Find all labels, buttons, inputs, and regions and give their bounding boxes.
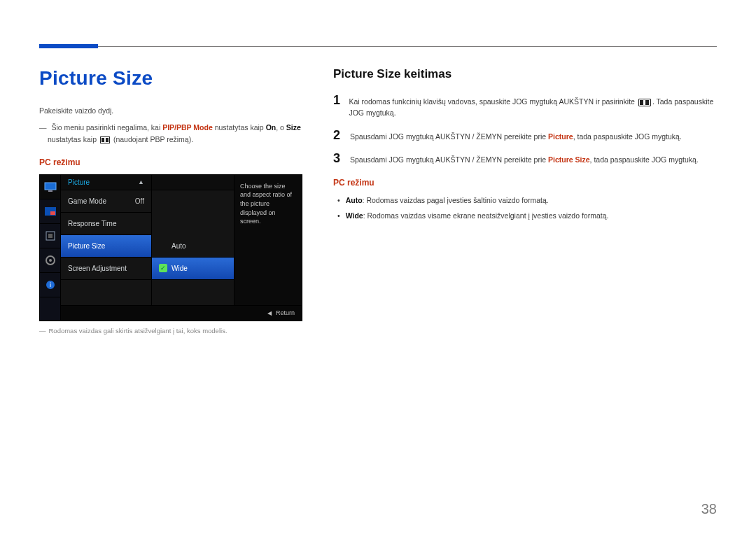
osd-help-panel: Choose the size and aspect ratio of the …: [234, 175, 302, 321]
bullet-auto-text: Auto: Rodomas vaizdas pagal įvesties šal…: [346, 195, 549, 206]
osd-options-header-spacer: [152, 175, 234, 190]
osd-menu-column: Picture▲ Game ModeOff Response Time Pict…: [61, 175, 152, 321]
osd-nav-picture-icon: [40, 175, 60, 199]
intro-text: Pakeiskite vaizdo dydį.: [39, 105, 302, 116]
step-1: 1 Kai rodomas funkcinių klavišų vadovas,…: [333, 94, 717, 119]
step-2-a: Spausdami JOG mygtuką AUKŠTYN / ŽEMYN pe…: [350, 132, 548, 141]
osd-row-responsetime: Response Time: [61, 213, 151, 235]
svg-rect-0: [45, 183, 56, 190]
svg-rect-5: [48, 234, 52, 238]
svg-rect-1: [48, 190, 52, 192]
bullet-auto: Auto: Rodomas vaizdas pagal įvesties šal…: [333, 195, 717, 206]
page: Picture Size Pakeiskite vaizdo dydį. Šio…: [0, 0, 756, 534]
osd-header: Picture▲: [61, 175, 151, 190]
osd-main: Picture▲ Game ModeOff Response Time Pict…: [61, 175, 302, 321]
bullet-wide-text: Wide: Rodomas vaizdas visame ekrane neat…: [346, 210, 609, 221]
check-icon: ✓: [159, 264, 167, 272]
step-1-a: Kai rodomas funkcinių klavišų vadovas, s…: [349, 97, 636, 106]
osd-sidebar: i: [40, 175, 61, 321]
bullet-wide-rest: : Rodomas vaizdas visame ekrane neatsižv…: [363, 211, 609, 220]
osd-option-wide-label: Wide: [172, 265, 188, 272]
step-2-hl: Picture: [548, 132, 573, 141]
osd-row-gamemode: Game ModeOff: [61, 190, 151, 213]
osd-option-wide: ✓Wide: [152, 258, 234, 280]
step-1-number: 1: [333, 94, 342, 119]
step-3-hl: Picture Size: [548, 155, 590, 164]
model-footnote: Rodomas vaizdas gali skirtis atsižvelgia…: [39, 327, 302, 335]
restriction-note: Šio meniu pasirinkti negalima, kai PIP/P…: [39, 122, 302, 145]
menu-icon: [638, 99, 651, 106]
step-2: 2 Spausdami JOG mygtuką AUKŠTYN / ŽEMYN …: [333, 129, 717, 142]
osd-screenadj-label: Screen Adjustment: [68, 265, 127, 272]
step-2-text: Spausdami JOG mygtuką AUKŠTYN / ŽEMYN pe…: [350, 129, 682, 142]
note-size: Size: [286, 123, 301, 132]
header-rule: [39, 46, 717, 47]
osd-nav-info-icon: i: [40, 273, 60, 297]
osd-screenshot: i Picture▲ Game ModeOff Response Time Pi…: [39, 174, 302, 321]
osd-up-arrow-icon: ▲: [138, 178, 144, 185]
content-columns: Picture Size Pakeiskite vaizdo dydį. Šio…: [39, 67, 717, 335]
note-part-h: (naudojant PBP režimą).: [111, 135, 193, 143]
right-column: Picture Size keitimas 1 Kai rodomas funk…: [333, 67, 717, 335]
step-1-text: Kai rodomas funkcinių klavišų vadovas, s…: [349, 94, 717, 119]
osd-nav-settings-icon: [40, 248, 60, 273]
svg-point-7: [49, 259, 52, 262]
step-3-a: Spausdami JOG mygtuką AUKŠTYN / ŽEMYN pe…: [350, 155, 548, 164]
bullet-wide: Wide: Rodomas vaizdas visame ekrane neat…: [333, 210, 717, 221]
step-2-number: 2: [333, 129, 343, 142]
note-part-e: , o: [276, 123, 286, 132]
note-on: On: [266, 123, 276, 132]
step-3-b: , tada paspauskite JOG mygtuką.: [590, 155, 699, 164]
bullet-wide-hl: Wide: [346, 211, 363, 220]
step-3: 3 Spausdami JOG mygtuką AUKŠTYN / ŽEMYN …: [333, 152, 717, 165]
pc-mode-label-left: PC režimu: [39, 157, 302, 167]
osd-option-auto: Auto: [152, 235, 234, 258]
osd-picturesize-label: Picture Size: [68, 242, 105, 250]
header-accent: [39, 44, 98, 48]
note-part-a: Šio meniu pasirinkti negalima, kai: [51, 123, 162, 132]
osd-row-picturesize: Picture Size: [61, 235, 151, 258]
bullet-auto-hl: Auto: [346, 196, 363, 204]
osd-help-text: Choose the size and aspect ratio of the …: [240, 183, 292, 225]
osd-nav-display-icon: [40, 224, 60, 248]
osd-footer: ◀Return: [61, 305, 302, 321]
note-pipmode: PIP/PBP Mode: [162, 123, 213, 132]
note-part-c: nustatytas kaip: [213, 123, 266, 132]
osd-return-label: Return: [276, 309, 295, 316]
pc-mode-label-right: PC režimu: [333, 178, 717, 188]
page-number: 38: [701, 501, 717, 517]
svg-rect-3: [50, 211, 55, 215]
section-title: Picture Size keitimas: [333, 67, 717, 81]
osd-gamemode-label: Game Mode: [68, 197, 106, 205]
pbp-icon: [100, 136, 110, 143]
osd-option-auto-label: Auto: [172, 242, 186, 250]
osd-options-gap: [152, 190, 234, 235]
osd-responsetime-label: Response Time: [68, 220, 116, 227]
svg-text:i: i: [50, 281, 51, 288]
step-2-b: , tada paspauskite JOG mygtuką.: [573, 132, 682, 141]
osd-header-label: Picture: [68, 178, 90, 186]
osd-gamemode-value: Off: [135, 197, 144, 205]
bullet-auto-rest: : Rodomas vaizdas pagal įvesties šaltini…: [363, 196, 549, 204]
note-part-g: nustatytas kaip: [48, 135, 99, 143]
osd-options-column: Auto ✓Wide: [152, 175, 234, 321]
osd-nav-pip-icon: [40, 199, 60, 224]
step-3-number: 3: [333, 152, 343, 165]
step-3-text: Spausdami JOG mygtuką AUKŠTYN / ŽEMYN pe…: [350, 152, 699, 165]
left-column: Picture Size Pakeiskite vaizdo dydį. Šio…: [39, 67, 302, 335]
osd-row-screenadj: Screen Adjustment: [61, 258, 151, 280]
page-title: Picture Size: [39, 67, 302, 90]
back-triangle-icon: ◀: [267, 310, 272, 316]
